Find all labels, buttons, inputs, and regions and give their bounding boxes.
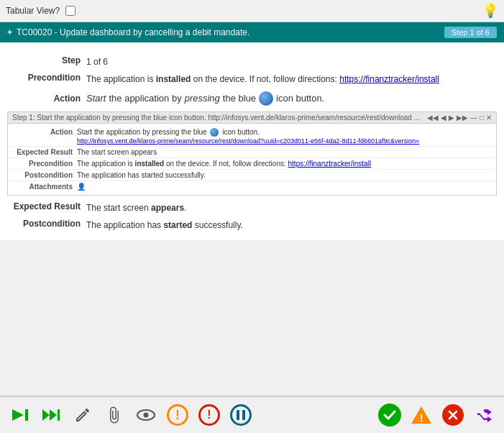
action-italic2: pressing [185,91,220,106]
person-icon: 👤 [77,183,86,191]
inner-precondition-link[interactable]: https://finanztracker/install [288,160,372,168]
inner-attachments-row: Attachments 👤 [8,181,496,192]
inner-preview-body: Action Start the application by pressing… [8,124,496,195]
step-label: Step [7,55,86,65]
x-button[interactable] [441,403,465,427]
header-bar: + TC00020 - Update dashboard by cancelli… [0,22,504,42]
inner-precondition-value: The application is installed on the devi… [77,160,492,168]
nav-next-next-icon[interactable]: ▶▶ [457,114,468,122]
action-text3: icon button. [276,91,324,106]
expected-bold: appears [151,203,184,213]
warn-red-button[interactable]: ! [197,403,221,427]
header-title: TC00020 - Update dashboard by cancelling… [17,27,249,37]
inner-preview: Step 1: Start the application by pressin… [7,111,497,196]
expected-result-label: Expected Result [7,201,86,211]
svg-rect-4 [58,409,60,421]
precondition-row: Precondition The application is installe… [0,71,504,87]
svg-point-6 [144,413,149,418]
check-button[interactable] [377,403,402,427]
action-label: Action [7,94,86,104]
postcondition-label: Postcondition [7,219,86,229]
action-row: Action Start the application by pressing… [0,90,504,107]
postcondition-value: The application has started successfully… [86,219,497,232]
precondition-bold: installed [156,74,191,84]
step-value: 1 of 6 [86,55,497,68]
precondition-label: Precondition [7,73,86,83]
inner-preview-controls: ◀◀ ◀ ▶ ▶▶ — □ ✕ [427,114,492,122]
edit-button[interactable] [70,403,95,427]
action-text2: the blue [223,91,256,106]
svg-text:!: ! [420,412,423,424]
step-badge: Step 1 of 6 [444,27,497,38]
action-text1: the application by [109,91,181,106]
inner-attachments-label: Attachments [12,183,77,191]
bulb-icon[interactable]: 💡 [482,3,498,19]
inner-expected-row: Expected Result The start screen appears [8,147,496,158]
precondition-value: The application is installed on the devi… [86,73,497,86]
top-bar: Tabular View? 💡 [0,0,504,22]
expected-result-value: The start screen appears. [86,201,497,214]
inner-expected-value: The start screen appears [77,148,492,156]
close-icon[interactable]: ✕ [486,114,492,122]
precondition-text2: on the device. If not, follow directions… [191,74,339,84]
step-row: Step 1 of 6 [0,54,504,70]
svg-marker-3 [50,409,57,421]
attach-button[interactable] [102,403,127,427]
svg-marker-2 [42,409,50,421]
tabular-view-checkbox[interactable] [65,6,75,16]
maximize-icon[interactable]: □ [480,114,484,122]
inner-expected-label: Expected Result [12,148,77,156]
inner-globe-icon [210,128,219,137]
nav-prev-icon[interactable]: ◀ [441,114,446,122]
main-content: Step 1 of 6 Precondition The application… [0,42,504,240]
inner-precondition-label: Precondition [12,160,77,168]
pause-button[interactable] [229,403,253,427]
skip-button[interactable] [7,403,32,427]
globe-icon [259,91,273,106]
inner-postcondition-label: Postcondition [12,171,77,179]
view-button[interactable] [134,403,158,427]
svg-rect-1 [25,409,28,421]
minimize-icon[interactable]: — [470,114,477,122]
expected-result-row: Expected Result The start screen appears… [0,200,504,216]
postcondition-bold: started [163,220,192,230]
inner-action-link[interactable]: http://infosys.vent.de/klaros-prime/seam… [77,137,419,145]
triangle-warn-button[interactable]: ! [409,403,434,427]
warn-orange-button[interactable]: ! [165,403,190,427]
inner-precondition-row: Precondition The application is installe… [8,158,496,170]
action-value: Start the application by pressing the bl… [86,91,497,106]
inner-action-value: Start the application by pressing the bl… [77,128,492,145]
plus-icon: + [7,27,12,37]
nav-prev-prev-icon[interactable]: ◀◀ [427,114,439,122]
inner-preview-header-text: Step 1: Start the application by pressin… [12,114,427,122]
nav-next-icon[interactable]: ▶ [449,114,454,122]
precondition-link[interactable]: https://finanztracker/install [339,74,439,84]
inner-action-row: Action Start the application by pressing… [8,127,496,147]
inner-postcondition-value: The application has started successfully… [77,171,492,179]
shuffle-button[interactable] [472,403,497,427]
postcondition-row: Postcondition The application has starte… [0,217,504,233]
tabular-view-label: Tabular View? [6,6,60,16]
inner-postcondition-row: Postcondition The application has starte… [8,170,496,181]
precondition-text1: The application is [86,74,156,84]
inner-action-label: Action [12,128,77,136]
skip-end-button[interactable] [39,403,63,427]
svg-marker-0 [12,409,24,421]
bottom-toolbar: ! ! ! [0,396,504,433]
action-italic1: Start [86,91,106,106]
inner-preview-header: Step 1: Start the application by pressin… [8,112,496,124]
inner-attachments-value: 👤 [77,183,492,191]
